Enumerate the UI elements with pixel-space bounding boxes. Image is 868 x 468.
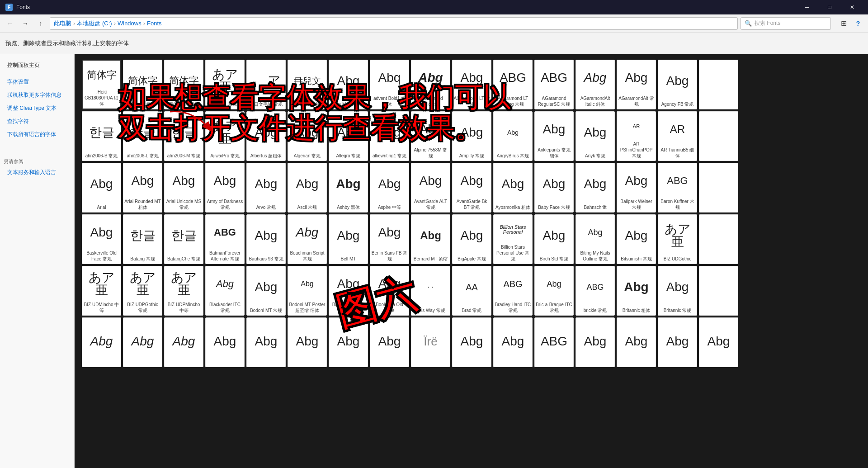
- font-item-empty3[interactable]: [699, 163, 738, 213]
- font-item-beachman[interactable]: Abg Beachman Script 常规: [288, 214, 327, 264]
- font-item-row6-8[interactable]: Abg: [370, 317, 409, 367]
- font-item-arvo[interactable]: Abg Arvo 常规: [246, 163, 286, 213]
- font-item-bigapple[interactable]: Abg BigApple 常规: [452, 214, 491, 264]
- font-item-heiti3[interactable]: 简体字 黑体-日语 细体: [164, 60, 203, 109]
- font-item-row6-12[interactable]: ABG: [534, 317, 574, 367]
- font-item-row6-4[interactable]: Abg: [205, 317, 245, 367]
- font-item-amplify[interactable]: Abg Amplify 常规: [452, 111, 491, 161]
- font-item-ar-tianniu[interactable]: AR AR TianniuB5 细体: [658, 111, 697, 161]
- font-item-bitsumishi[interactable]: Abg Bitsumishi 常规: [617, 214, 656, 264]
- font-item-row6-2[interactable]: Abg: [123, 317, 162, 367]
- breadcrumb-pc[interactable]: 此电脑: [54, 19, 71, 28]
- font-item-ahn-m[interactable]: 한글 ahn2006-M 常规: [164, 111, 203, 161]
- font-item-ajiwai[interactable]: あア亜 AjiwaiPro 常规: [205, 111, 245, 161]
- font-item-alliewriting[interactable]: Abg alliewriting1 常规: [370, 111, 409, 161]
- font-item-agar-regularsc[interactable]: ABG AGaramond RegularSC 常规: [534, 60, 574, 109]
- font-item-biz-udpg[interactable]: あア亜 BIZ UDPGothic 常规: [123, 266, 162, 316]
- font-item-row6-13[interactable]: Abg: [576, 317, 615, 367]
- font-item-bradley[interactable]: ABG Bradley Hand ITC 常规: [493, 266, 533, 316]
- view-options-button[interactable]: ⊞: [837, 17, 850, 30]
- font-item-agency-fb[interactable]: Abg Agency FB 常规: [658, 60, 697, 109]
- font-item-angrybirds[interactable]: Abg AngryBirds 常规: [493, 111, 533, 161]
- font-item-bricabraque[interactable]: Abg Bric-a-Braque ITC 常规: [534, 266, 574, 316]
- font-item-thisway[interactable]: · · This Way 常规: [411, 266, 450, 316]
- sidebar-item-control-panel[interactable]: 控制面板主页: [4, 60, 71, 71]
- font-item-ballpark[interactable]: Abg Ballpark Weiner 常规: [617, 163, 656, 213]
- font-item-anklepants[interactable]: Abg Anklepants 常规 细体: [534, 111, 574, 161]
- sidebar-item-download-fonts[interactable]: 下载所有语言的字体: [4, 129, 71, 140]
- font-item-ahn-b[interactable]: 한글 ahn2006-B 常规: [82, 111, 121, 161]
- font-item-ascii[interactable]: Abg Ascii 常规: [288, 163, 327, 213]
- breadcrumb-fonts[interactable]: Fonts: [147, 20, 162, 27]
- font-item-batangche[interactable]: 한글 BatangChe 常规: [164, 214, 203, 264]
- font-item-biz-udmincho[interactable]: あア亜 BIZ UDMincho 中等: [82, 266, 121, 316]
- font-item-row6-15[interactable]: Abg: [658, 317, 697, 367]
- font-item-agar-boldosf[interactable]: Abg AGaramond BoldOsF: [411, 60, 450, 109]
- font-item-row6-1[interactable]: Abg: [82, 317, 121, 367]
- font-item-avantgarde-bk[interactable]: Abg AvantGarde Bk BT 常规: [452, 163, 491, 213]
- font-item-billion-stars[interactable]: Billion Stars Personal Billion Stars Per…: [493, 214, 533, 264]
- font-item-albertus[interactable]: Abg Albertus 超粗体: [246, 111, 286, 161]
- font-item-bookman[interactable]: Abg Bookman Old Style: [370, 266, 409, 316]
- font-item-algerian[interactable]: Abg Algerian 常规: [288, 111, 327, 161]
- font-item-row6-11[interactable]: Abg: [493, 317, 533, 367]
- font-item-empty2[interactable]: [699, 111, 738, 161]
- sidebar-item-more-fonts[interactable]: 联机获取更多字体信息: [4, 90, 71, 101]
- font-item-anyk[interactable]: Abg Anyk 常规: [576, 111, 615, 161]
- font-item-row6-9[interactable]: Ïrë: [411, 317, 450, 367]
- font-item-britannic-reg[interactable]: Abg Britannic 常规: [658, 266, 697, 316]
- font-item-brad[interactable]: AA Brad 常规: [452, 266, 491, 316]
- sidebar-item-font-settings[interactable]: 字体设置: [4, 76, 71, 88]
- font-item-batang[interactable]: 한글 Batang 常规: [123, 214, 162, 264]
- font-item-avantgarde-alt[interactable]: Abg AvantGarde ALT 常规: [411, 163, 450, 213]
- maximize-button[interactable]: □: [819, 0, 840, 14]
- help-button[interactable]: ?: [852, 17, 864, 30]
- font-item-birch-std[interactable]: Abg Birch Std 常规: [534, 214, 574, 264]
- font-item-bodoni-poster[interactable]: Abg Bodoni MT Poster 超至缩 细体: [288, 266, 327, 316]
- font-item-biting[interactable]: Abg Biting My Nails Outline 常规: [576, 214, 615, 264]
- font-item-row6-10[interactable]: Abg: [452, 317, 491, 367]
- font-item-row6-6[interactable]: Abg: [288, 317, 327, 367]
- back-button[interactable]: ←: [4, 17, 16, 30]
- font-item-agar-lt[interactable]: Abg AGaramond LT 常规: [452, 60, 491, 109]
- font-item-agar-alt[interactable]: Abg AGaramondAlt 常规: [617, 60, 656, 109]
- font-item-aspire[interactable]: Abg Aspire 中等: [370, 163, 409, 213]
- font-item-ahn-l[interactable]: 한글 ahn2006-L 常规: [123, 111, 162, 161]
- font-item-row6-5[interactable]: Abg: [246, 317, 286, 367]
- font-item-agar-lt-titling[interactable]: ABG AGaramond LT Titling 常规: [493, 60, 533, 109]
- font-item-row6-7[interactable]: Abg: [329, 317, 368, 367]
- font-item-allegro[interactable]: Abg Allegro 常规: [329, 111, 368, 161]
- font-item-row6-3[interactable]: Abg: [164, 317, 203, 367]
- font-item-arial-rounded[interactable]: Abg Arial Rounded MT 粗体: [123, 163, 162, 213]
- font-item-baron[interactable]: ABG Baron Kuffner 常规: [658, 163, 697, 213]
- font-item-batman[interactable]: ABG BatmanForever Alternate 常规: [205, 214, 245, 264]
- font-item-arial[interactable]: Abg Arial: [82, 163, 121, 213]
- font-item-ashby[interactable]: Abg Ashby 黑体: [329, 163, 368, 213]
- font-item-bahnschrift[interactable]: Abg Bahnschrift: [576, 163, 615, 213]
- font-item-empty5[interactable]: [699, 266, 738, 316]
- forward-button[interactable]: →: [19, 17, 32, 30]
- font-item-chenmu[interactable]: あア亜 ★晨雾 常规: [205, 60, 245, 109]
- font-item-bauhaus[interactable]: Abg Bauhaus 93 常规: [246, 214, 286, 264]
- font-item-ar-pshinchan[interactable]: AR AR PShinChanPOP 常规: [617, 111, 656, 161]
- font-item-ayosmonika[interactable]: Abg Ayosmonika 粗体: [493, 163, 533, 213]
- up-button[interactable]: ↑: [34, 17, 47, 30]
- font-item-book-antiqua[interactable]: Abg Book Antiqua 常规: [329, 266, 368, 316]
- close-button[interactable]: ✕: [842, 0, 863, 14]
- font-item-row6-14[interactable]: Abg: [617, 317, 656, 367]
- breadcrumb-c[interactable]: 本地磁盘 (C:): [77, 19, 112, 28]
- font-item-bell-mt[interactable]: Abg Bell MT: [329, 214, 368, 264]
- font-item-advent[interactable]: Abq advent Bold1 粗体: [370, 60, 409, 109]
- font-item-biz-udpm[interactable]: あア亜 BIZ UDPMincho 中等: [164, 266, 203, 316]
- font-item-babyface[interactable]: Abg Baby Face 常规: [534, 163, 574, 213]
- font-item-starjp[interactable]: ゕ ア ★日文毛笔 常规: [246, 60, 286, 109]
- font-item-heiti[interactable]: 简体字 .Heiti GB18030PUA 细体: [82, 60, 121, 109]
- font-item-8pin[interactable]: Abg 8Pin Matrix 常规: [329, 60, 368, 109]
- font-item-empty1[interactable]: [699, 60, 738, 109]
- sidebar-item-text-services[interactable]: 文本服务和输入语言: [4, 167, 71, 178]
- minimize-button[interactable]: ─: [797, 0, 817, 14]
- font-item-bodoni-mt[interactable]: Abg Bodoni MT 常规: [246, 266, 286, 316]
- breadcrumb-windows[interactable]: Windows: [118, 20, 142, 27]
- font-item-bernard[interactable]: Abg Bernard MT 紧缩: [411, 214, 450, 264]
- font-item-britannic[interactable]: Abg Britannic 粗体: [617, 266, 656, 316]
